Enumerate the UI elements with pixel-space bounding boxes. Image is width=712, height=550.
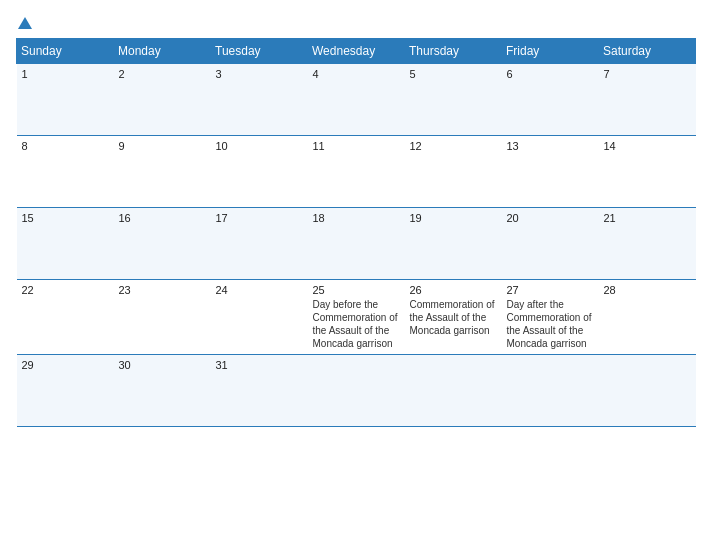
calendar-body: 1234567891011121314151617181920212223242… (17, 64, 696, 427)
event-text: Day after the Commemoration of the Assau… (507, 298, 594, 350)
day-number: 10 (216, 140, 303, 152)
calendar-day-cell: 19 (405, 208, 502, 280)
day-number: 2 (119, 68, 206, 80)
calendar-day-cell: 24 (211, 280, 308, 355)
day-number: 28 (604, 284, 691, 296)
day-number: 25 (313, 284, 400, 296)
calendar-day-cell: 25Day before the Commemoration of the As… (308, 280, 405, 355)
calendar-day-cell: 9 (114, 136, 211, 208)
day-number: 7 (604, 68, 691, 80)
calendar-day-cell: 17 (211, 208, 308, 280)
calendar-day-cell: 5 (405, 64, 502, 136)
calendar-day-cell (308, 355, 405, 427)
calendar-week-row: 22232425Day before the Commemoration of … (17, 280, 696, 355)
calendar-week-row: 15161718192021 (17, 208, 696, 280)
calendar-table: SundayMondayTuesdayWednesdayThursdayFrid… (16, 38, 696, 427)
day-number: 14 (604, 140, 691, 152)
calendar-day-cell: 22 (17, 280, 114, 355)
event-text: Day before the Commemoration of the Assa… (313, 298, 400, 350)
calendar-header (16, 16, 696, 30)
logo (16, 16, 32, 30)
day-number: 30 (119, 359, 206, 371)
calendar-day-cell: 7 (599, 64, 696, 136)
calendar-header-row: SundayMondayTuesdayWednesdayThursdayFrid… (17, 39, 696, 64)
calendar-day-cell: 13 (502, 136, 599, 208)
calendar-day-cell: 23 (114, 280, 211, 355)
day-number: 15 (22, 212, 109, 224)
calendar-day-cell: 20 (502, 208, 599, 280)
calendar-day-cell: 6 (502, 64, 599, 136)
day-number: 20 (507, 212, 594, 224)
calendar-day-cell (502, 355, 599, 427)
day-number: 6 (507, 68, 594, 80)
calendar-day-cell: 2 (114, 64, 211, 136)
logo-blue-text (16, 16, 32, 30)
calendar-day-cell: 1 (17, 64, 114, 136)
day-number: 19 (410, 212, 497, 224)
day-header-tuesday: Tuesday (211, 39, 308, 64)
calendar-week-row: 293031 (17, 355, 696, 427)
day-number: 1 (22, 68, 109, 80)
calendar-day-cell: 10 (211, 136, 308, 208)
calendar-day-cell: 30 (114, 355, 211, 427)
calendar-day-cell: 26Commemoration of the Assault of the Mo… (405, 280, 502, 355)
day-header-friday: Friday (502, 39, 599, 64)
calendar-day-cell: 14 (599, 136, 696, 208)
day-header-thursday: Thursday (405, 39, 502, 64)
calendar-day-cell: 16 (114, 208, 211, 280)
day-number: 31 (216, 359, 303, 371)
calendar-day-cell: 31 (211, 355, 308, 427)
day-number: 22 (22, 284, 109, 296)
day-number: 11 (313, 140, 400, 152)
calendar-day-cell (405, 355, 502, 427)
day-number: 9 (119, 140, 206, 152)
day-number: 3 (216, 68, 303, 80)
day-number: 18 (313, 212, 400, 224)
day-number: 8 (22, 140, 109, 152)
event-text: Commemoration of the Assault of the Monc… (410, 298, 497, 337)
calendar-day-cell: 28 (599, 280, 696, 355)
day-header-wednesday: Wednesday (308, 39, 405, 64)
calendar-day-cell: 18 (308, 208, 405, 280)
calendar-day-cell (599, 355, 696, 427)
day-number: 23 (119, 284, 206, 296)
day-number: 26 (410, 284, 497, 296)
calendar-day-cell: 29 (17, 355, 114, 427)
calendar-day-cell: 21 (599, 208, 696, 280)
logo-triangle-icon (18, 17, 32, 29)
day-number: 21 (604, 212, 691, 224)
day-number: 4 (313, 68, 400, 80)
day-number: 12 (410, 140, 497, 152)
day-number: 16 (119, 212, 206, 224)
day-number: 24 (216, 284, 303, 296)
calendar-day-cell: 3 (211, 64, 308, 136)
day-number: 5 (410, 68, 497, 80)
calendar-day-cell: 12 (405, 136, 502, 208)
calendar-day-cell: 27Day after the Commemoration of the Ass… (502, 280, 599, 355)
calendar-week-row: 891011121314 (17, 136, 696, 208)
day-header-sunday: Sunday (17, 39, 114, 64)
calendar-day-cell: 4 (308, 64, 405, 136)
calendar-day-cell: 11 (308, 136, 405, 208)
day-number: 29 (22, 359, 109, 371)
calendar-week-row: 1234567 (17, 64, 696, 136)
day-number: 17 (216, 212, 303, 224)
calendar-day-cell: 15 (17, 208, 114, 280)
day-header-monday: Monday (114, 39, 211, 64)
day-number: 13 (507, 140, 594, 152)
day-number: 27 (507, 284, 594, 296)
calendar-day-cell: 8 (17, 136, 114, 208)
day-header-saturday: Saturday (599, 39, 696, 64)
